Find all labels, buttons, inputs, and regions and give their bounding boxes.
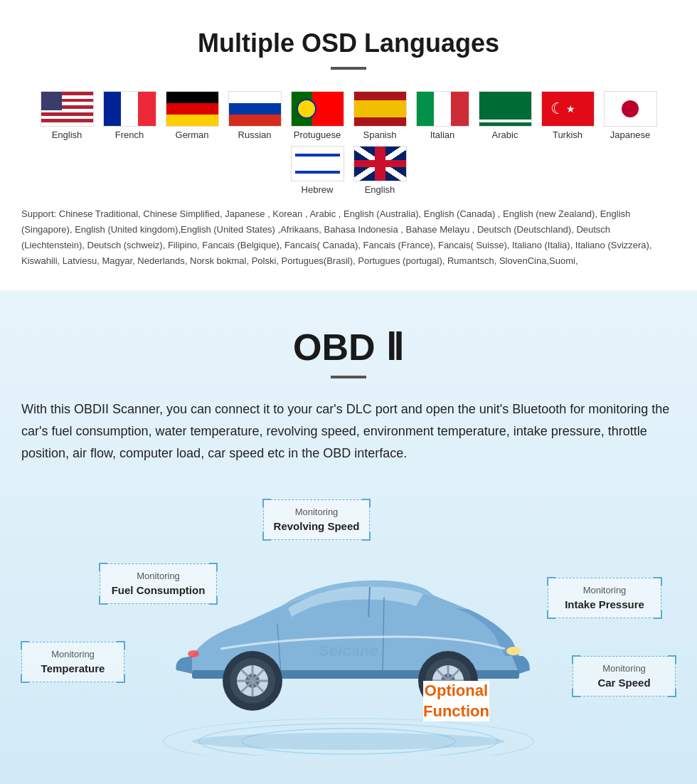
flag-item-arabic: Arabic: [477, 91, 533, 140]
monitor-temperature: Monitoring Temperature: [21, 642, 124, 682]
intake-bold: Intake Pressure: [557, 597, 652, 612]
flags-row: EnglishFrenchGermanRussianProtugueseSpan…: [21, 91, 676, 195]
flag-item-turkish: Turkish: [539, 91, 596, 140]
flag-item-italian: Italian: [414, 91, 471, 140]
obd-divider: [331, 376, 366, 378]
flag-label: French: [115, 129, 144, 140]
flag-label: German: [176, 129, 209, 140]
flag-box: [479, 91, 532, 127]
flag-item-russian: Russian: [226, 91, 283, 140]
flag-item-german: German: [164, 91, 220, 140]
osd-title: Multiple OSD Languages: [21, 28, 676, 58]
osd-divider: [331, 67, 366, 70]
flag-box: [103, 91, 156, 127]
svg-point-22: [506, 647, 521, 655]
optional-line1: Optional: [423, 681, 489, 701]
flag-label: Italian: [430, 129, 455, 140]
support-text: Support: Chinese Traditional, Chinese Si…: [21, 206, 676, 269]
obd-title: OBD Ⅱ: [21, 326, 676, 369]
temp-label: Monitoring: [51, 649, 95, 659]
monitor-speed: Monitoring Car Speed: [573, 656, 676, 696]
flag-item-protuguese: Protuguese: [289, 91, 346, 140]
flag-box: [228, 91, 282, 127]
flag-box: [416, 91, 469, 127]
flag-label: English: [365, 184, 395, 195]
flag-label: Spanish: [363, 129, 397, 140]
svg-point-23: [188, 650, 199, 657]
flag-item-hebrew: Hebrew: [289, 146, 346, 195]
svg-text:Seicane: Seicane: [319, 642, 378, 659]
obd-description: With this OBDII Scanner, you can connect…: [21, 398, 676, 464]
flag-label: Hebrew: [302, 184, 334, 195]
monitor-intake: Monitoring Intake Pressure: [548, 578, 661, 618]
flag-item-japanese: Japanese: [602, 91, 659, 140]
temp-bold: Temperature: [31, 661, 115, 676]
osd-section: Multiple OSD Languages EnglishFrenchGerm…: [0, 0, 697, 290]
svg-point-0: [192, 733, 505, 750]
flag-box: [353, 91, 407, 127]
flag-item-french: French: [101, 91, 158, 140]
flag-item-spanish: Spanish: [351, 91, 408, 140]
flag-label: Turkish: [553, 129, 582, 140]
flag-item-english: English: [351, 146, 408, 195]
flag-box: [291, 91, 344, 127]
flag-label: Russian: [238, 129, 272, 140]
revolving-label: Monitoring: [295, 507, 339, 517]
flag-label: English: [52, 129, 83, 140]
flag-label: Arabic: [492, 129, 518, 140]
optional-line2: Function: [423, 701, 489, 722]
flag-box: [41, 91, 94, 127]
flag-item-english: English: [38, 91, 95, 140]
speed-bold: Car Speed: [582, 675, 666, 690]
optional-function-badge: Optional Function: [423, 681, 489, 721]
obd-section: OBD Ⅱ With this OBDII Scanner, you can c…: [0, 290, 697, 784]
flag-box: [604, 91, 657, 127]
flag-label: Protuguese: [294, 129, 341, 140]
flag-box: [166, 91, 219, 127]
obd-diagram: Monitoring Revolving Speed Monitoring Fu…: [21, 485, 676, 784]
speed-label: Monitoring: [602, 663, 646, 674]
intake-label: Monitoring: [583, 585, 627, 595]
flag-box: [541, 91, 595, 127]
flag-box: [291, 146, 344, 181]
flag-label: Japanese: [610, 129, 650, 140]
flag-box: [353, 146, 407, 181]
